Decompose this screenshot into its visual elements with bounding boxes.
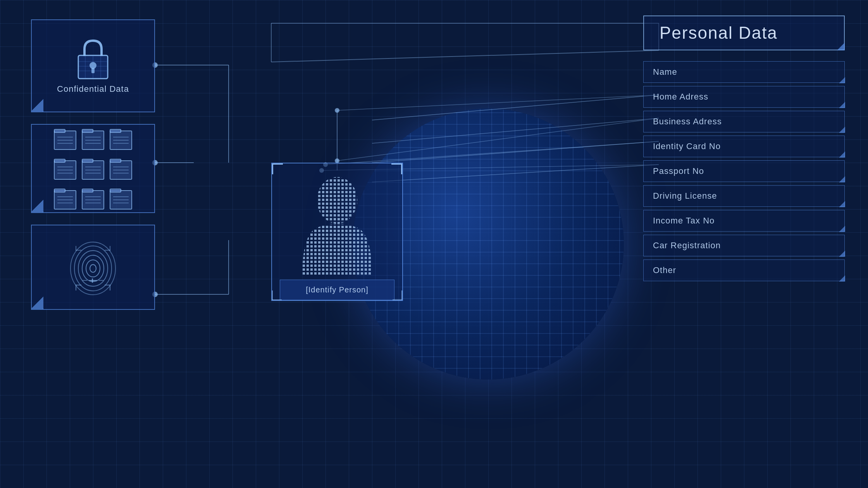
svg-rect-94 [76, 250, 81, 251]
svg-point-81 [86, 260, 100, 277]
svg-rect-96 [105, 250, 110, 251]
svg-rect-56 [82, 159, 93, 162]
svg-rect-91 [76, 285, 76, 290]
svg-rect-66 [54, 189, 65, 192]
personal-data-box: Personal Data [643, 15, 845, 50]
right-panel: Personal Data NameHome AdressBusiness Ad… [643, 15, 845, 281]
fingerprint-panel [31, 225, 155, 310]
person-card: [Identify Person] [271, 163, 403, 301]
svg-point-80 [90, 265, 96, 272]
files-grid [46, 124, 140, 213]
fingerprint-icon [68, 238, 118, 296]
person-silhouette [287, 171, 388, 280]
file-icon [109, 156, 133, 181]
data-field-business-adress: Business Adress [643, 111, 845, 132]
files-panel [31, 124, 155, 213]
file-icon [81, 126, 105, 151]
svg-rect-51 [54, 159, 65, 162]
svg-rect-97 [110, 246, 110, 251]
file-icon [109, 126, 133, 151]
confidential-data-panel: Confidential Data [31, 19, 155, 112]
data-field-car-registration: Car Registration [643, 235, 845, 256]
svg-rect-100 [287, 171, 388, 280]
svg-rect-90 [76, 285, 81, 285]
svg-rect-61 [110, 159, 121, 162]
svg-rect-46 [110, 129, 121, 132]
data-field-driving-license: Driving License [643, 185, 845, 207]
svg-point-84 [74, 246, 112, 291]
svg-rect-41 [82, 129, 93, 132]
identify-label: [Identify Person] [280, 280, 394, 300]
confidential-label: Confidential Data [57, 84, 129, 94]
lock-icon [74, 38, 112, 80]
left-panels: Confidential Data [31, 19, 155, 310]
file-icon [81, 156, 105, 181]
svg-rect-36 [54, 129, 65, 132]
data-field-home-adress: Home Adress [643, 86, 845, 108]
data-field-income-tax-no: Income Tax No [643, 210, 845, 232]
data-field-identity-card-no: Identity Card No [643, 136, 845, 157]
svg-rect-95 [76, 246, 76, 251]
svg-rect-76 [110, 189, 121, 192]
corner-bl [272, 290, 282, 300]
file-icon [53, 156, 77, 181]
file-icon [53, 186, 77, 211]
personal-data-title: Personal Data [660, 23, 778, 42]
svg-rect-88 [83, 280, 87, 281]
file-icon [53, 126, 77, 151]
data-field-name: Name [643, 61, 845, 83]
data-field-passport-no: Passport No [643, 160, 845, 182]
data-field-other: Other [643, 259, 845, 281]
file-icon [109, 186, 133, 211]
svg-rect-92 [105, 285, 110, 285]
corner-br [393, 290, 402, 300]
data-fields-list: NameHome AdressBusiness AdressIdentity C… [643, 61, 845, 281]
svg-rect-87 [92, 278, 93, 283]
file-icon [81, 186, 105, 211]
svg-rect-71 [82, 189, 93, 192]
svg-rect-93 [110, 285, 110, 290]
svg-rect-89 [99, 280, 103, 281]
svg-point-82 [82, 255, 104, 282]
